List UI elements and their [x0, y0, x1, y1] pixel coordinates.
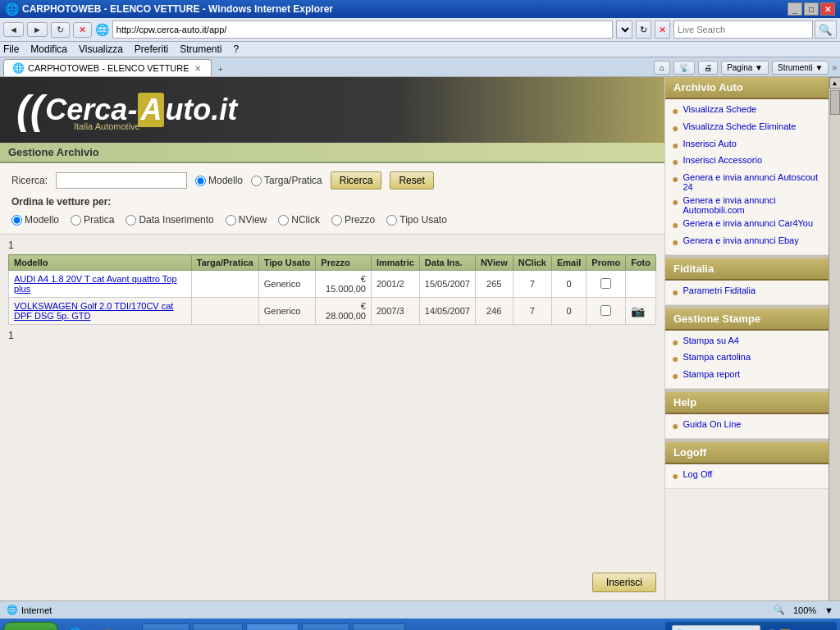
sidebar-help-title: Help [665, 392, 829, 414]
radio-modello-label[interactable]: Modello [195, 175, 243, 186]
reset-button[interactable]: Reset [390, 171, 433, 189]
search-go-button[interactable]: 🔍 [815, 21, 837, 39]
cerca-button[interactable]: Ricerca [331, 171, 382, 189]
menu-help[interactable]: ? [234, 43, 240, 55]
order-nclick-label[interactable]: NClick [278, 214, 320, 226]
order-nview-radio[interactable] [226, 215, 236, 226]
close-button[interactable]: ✕ [820, 2, 835, 16]
promo-checkbox-1[interactable] [600, 305, 611, 316]
taskbar-btn-2007[interactable]: 📄 2007... [353, 623, 405, 630]
order-prezzo-label[interactable]: Prezzo [331, 214, 375, 226]
taskbar-btn-marco[interactable]: 🟢 Marco [193, 623, 243, 630]
order-prezzo-radio[interactable] [331, 215, 342, 226]
window-title-bar: 🌐 CARPHOTOWEB - ELENCO VETTURE - Windows… [0, 0, 840, 18]
camera-icon: 📷 [631, 304, 645, 317]
stop-button[interactable]: ✕ [73, 22, 92, 38]
scroll-thumb[interactable] [830, 90, 840, 115]
sidebar-link-guida[interactable]: ●Guida On Line [672, 418, 822, 435]
inserisci-button[interactable]: Inserisci [592, 573, 656, 592]
window-controls[interactable]: _ □ ✕ [788, 2, 835, 16]
menu-preferiti[interactable]: Preferiti [135, 43, 168, 55]
radio-targa[interactable] [251, 176, 262, 186]
order-row-container: Ordina le vetture per: [11, 196, 653, 208]
car-link-1[interactable]: VOLKSWAGEN Golf 2.0 TDI/170CV cat DPF DS… [14, 301, 173, 321]
order-modello-label[interactable]: Modello [11, 214, 59, 226]
sidebar-link-stampa-report[interactable]: ●Stampa report [672, 368, 822, 385]
refresh-button[interactable]: ↻ [51, 22, 70, 38]
start-button[interactable]: ⊞ start [3, 622, 58, 630]
sidebar-link-visualizza-schede[interactable]: ●Visualizza Schede [672, 103, 822, 120]
td-modello-1: VOLKSWAGEN Golf 2.0 TDI/170CV cat DPF DS… [9, 298, 192, 325]
taskbar-btn-quicklaunch[interactable]: 🌐 📁 🎵 ▶ ⬥ [62, 623, 139, 630]
radio-modello[interactable] [195, 176, 206, 186]
address-input[interactable] [112, 21, 613, 39]
menu-file[interactable]: File [3, 43, 19, 55]
td-prezzo-1: € 28.000,00 [316, 298, 372, 325]
sidebar-link-ebay[interactable]: ●Genera e invia annunci Ebay [672, 234, 822, 251]
order-tipo-radio[interactable] [386, 215, 397, 226]
td-promo-0[interactable] [587, 271, 626, 298]
sidebar-link-inserisci-auto[interactable]: ●Inserisci Auto [672, 137, 822, 154]
zoom-icon: 🔍 [774, 605, 785, 615]
bullet-icon: ● [672, 155, 678, 169]
bullet-icon: ● [672, 469, 678, 483]
live-search-input[interactable] [673, 21, 813, 39]
logo-auto: uto.it [165, 93, 237, 127]
back-button[interactable]: ◄ [3, 22, 24, 37]
forward-button[interactable]: ► [27, 22, 48, 37]
page-title: Gestione Archivio [8, 146, 99, 158]
order-data-label[interactable]: Data Inserimento [126, 214, 213, 226]
active-tab[interactable]: 🌐 CARPHOTOWEB - ELENCO VETTURE ✕ [3, 59, 212, 76]
scroll-up-arrow[interactable]: ▲ [829, 77, 841, 89]
th-email: Email [551, 255, 586, 271]
print-button[interactable]: 🖨 [698, 61, 718, 75]
td-promo-1[interactable] [587, 298, 626, 325]
sidebar-link-visualizza-eliminate[interactable]: ●Visualizza Schede Eliminate [672, 120, 822, 137]
order-modello-radio[interactable] [11, 215, 22, 226]
sidebar-link-logoff[interactable]: ●Log Off [672, 468, 822, 485]
sidebar-link-stampa-a4[interactable]: ●Stampa su A4 [672, 334, 822, 351]
refresh-go-button[interactable]: ↻ [636, 21, 651, 39]
address-bar: 🌐 ↻ ✕ [95, 21, 670, 39]
radio-targa-label[interactable]: Targa/Pratica [251, 175, 322, 186]
td-nview-0: 265 [475, 271, 513, 298]
maximize-button[interactable]: □ [804, 2, 819, 16]
menu-visualizza[interactable]: Visualizza [79, 43, 123, 55]
stop-red-button[interactable]: ✕ [655, 21, 670, 39]
promo-checkbox-0[interactable] [600, 278, 611, 289]
car-link-0[interactable]: AUDI A4 1.8 20V T cat Avant quattro Top … [14, 274, 177, 294]
tab-close-button[interactable]: ✕ [193, 64, 203, 73]
pagina-button[interactable]: Pagina ▼ [721, 61, 769, 75]
taskbar-btn-2in[interactable]: 📂 2 In... [302, 623, 349, 630]
order-pratica-radio[interactable] [71, 215, 81, 226]
order-pratica-label[interactable]: Pratica [71, 214, 114, 226]
sidebar-link-automobili[interactable]: ●Genera e invia annunci Automobili.com [672, 194, 822, 217]
order-data-radio[interactable] [126, 215, 136, 226]
th-tipo: Tipo Usato [258, 255, 316, 271]
home-button[interactable]: ⌂ [654, 61, 670, 75]
taskbar-btn-2mi[interactable]: 🖥 2 Mi... [142, 623, 189, 630]
order-row: Modello Pratica Data Inserimento NView N… [11, 214, 653, 226]
sidebar-link-parametri[interactable]: ●Parametri Fiditalia [672, 284, 822, 301]
order-nview-label[interactable]: NView [226, 214, 267, 226]
order-tipo-label[interactable]: Tipo Usato [386, 214, 447, 226]
taskbar-btn-wind[interactable]: 🌐 Wind... [246, 623, 299, 630]
sidebar-link-autoscout[interactable]: ●Genera e invia annunci Autoscout 24 [672, 171, 822, 194]
zoom-dropdown[interactable]: ▼ [824, 605, 833, 615]
order-nclick-radio[interactable] [278, 215, 289, 226]
sidebar-link-stampa-cartolina[interactable]: ●Stampa cartolina [672, 350, 822, 368]
th-foto: Foto [626, 255, 656, 271]
feeds-button[interactable]: 📡 [673, 61, 695, 75]
sidebar-link-car4you[interactable]: ●Genera e invia annunci Car4You [672, 217, 822, 234]
content-area: (( Cerca- A uto.it Italia Automotive Ges… [0, 77, 664, 600]
td-targa-0 [191, 271, 258, 298]
new-tab-button[interactable]: + [213, 62, 228, 76]
vertical-scrollbar[interactable]: ▲ [829, 77, 840, 600]
address-dropdown[interactable] [616, 21, 632, 39]
menu-modifica[interactable]: Modifica [30, 43, 67, 55]
minimize-button[interactable]: _ [788, 2, 802, 16]
sidebar-link-inserisci-accessorio[interactable]: ●Inserisci Accessorio [672, 153, 822, 171]
menu-strumenti[interactable]: Strumenti [180, 43, 221, 55]
search-input[interactable] [56, 172, 187, 189]
strumenti-button[interactable]: Strumenti ▼ [772, 61, 829, 75]
